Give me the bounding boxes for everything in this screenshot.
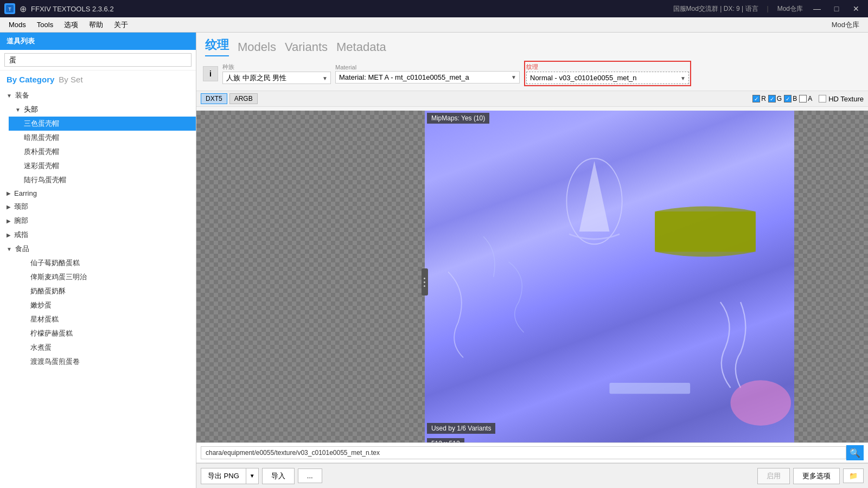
mod-warehouse-link[interactable]: Mod仓库 [775, 4, 805, 14]
menu-mods[interactable]: Mods [4, 19, 30, 30]
list-item[interactable]: 质朴蛋壳帽 [9, 145, 196, 159]
food-label: 食品 [15, 244, 29, 254]
info-button[interactable]: i [203, 66, 218, 81]
list-item[interactable]: 三色蛋壳帽 [9, 117, 196, 131]
neck-group-header[interactable]: ▶ 颈部 [0, 200, 196, 214]
tab-texture[interactable]: 纹理 [205, 37, 229, 56]
export-button[interactable]: 导出 PNG [201, 468, 246, 484]
export-dropdown-button[interactable]: ▼ [246, 468, 259, 484]
list-item[interactable]: 仙子莓奶酪蛋糕 [15, 256, 196, 270]
github-icon: ⊕ [20, 4, 27, 14]
svg-text:T: T [8, 7, 11, 12]
texture-svg [425, 111, 794, 453]
race-dropdown[interactable]: 人族 中原之民 男性 [222, 72, 331, 84]
list-item[interactable]: 嫩炒蛋 [15, 298, 196, 312]
menu-help[interactable]: 帮助 [85, 18, 107, 31]
canvas-area: MipMaps: Yes (10) Used by 1/6 Variants 5… [196, 111, 868, 453]
variants-badge: Used by 1/6 Variants [427, 423, 496, 434]
filepath-input[interactable] [201, 446, 846, 459]
list-item[interactable]: 柠檬萨赫蛋糕 [15, 326, 196, 341]
list-item[interactable]: 俾斯麦鸡蛋三明治 [15, 270, 196, 284]
svg-rect-4 [609, 383, 690, 394]
expand-icon: ▶ [7, 204, 11, 210]
more-options-button[interactable]: 更多选项 [793, 468, 840, 484]
by-category-button[interactable]: By Category [7, 75, 54, 84]
dxt5-button[interactable]: DXT5 [201, 93, 227, 104]
tab-variants[interactable]: Variants [285, 40, 328, 56]
app-icon: T [4, 3, 15, 14]
wrist-group-header[interactable]: ▶ 腕部 [0, 214, 196, 228]
sidebar-title: 道具列表 [7, 36, 35, 46]
argb-button[interactable]: ARGB [229, 93, 258, 104]
tab-metadata[interactable]: Metadata [336, 40, 386, 56]
right-info: 国服Mod交流群 | DX: 9 | 语言 | Mod仓库 [671, 4, 805, 14]
tree-subgroup-head: ▼ 头部 三色蛋壳帽 暗黑蛋壳帽 质朴蛋壳帽 迷彩蛋壳帽 陆行鸟蛋壳帽 [0, 102, 196, 187]
folder-button[interactable]: 📁 [843, 468, 864, 483]
race-dropdown-group: 种族 人族 中原之民 男性 [222, 63, 331, 84]
r-label: R [761, 95, 766, 102]
hd-checkbox[interactable] [819, 95, 826, 102]
b-checkbox[interactable]: ✓ [784, 95, 792, 102]
texture-dropdown-wrapper: Normal - v03_c0101e0055_met_n [526, 72, 689, 84]
close-button[interactable]: ✕ [848, 0, 864, 17]
texture-dropdown[interactable]: Normal - v03_c0101e0055_met_n [526, 72, 689, 84]
tab-bar: 纹理 Models Variants Metadata [196, 33, 868, 56]
list-item[interactable]: 迷彩蛋壳帽 [9, 159, 196, 173]
channel-r[interactable]: ✓ R [752, 95, 766, 102]
svg-point-5 [730, 380, 791, 426]
titlebar: T ⊕ FFXIV TEXTOOLS 2.3.6.2 国服Mod交流群 | DX… [0, 0, 868, 17]
list-item[interactable]: 水煮蛋 [15, 341, 196, 355]
hd-texture: HD Texture [819, 95, 864, 103]
r-checkbox[interactable]: ✓ [752, 95, 760, 102]
menu-options[interactable]: 选项 [60, 18, 82, 31]
food-group-header[interactable]: ▼ 食品 [0, 242, 196, 256]
menu-tools[interactable]: Tools [33, 19, 58, 30]
mipmaps-badge: MipMaps: Yes (10) [427, 113, 489, 124]
list-item[interactable]: 星材蛋糕 [15, 312, 196, 326]
ring-label: 戒指 [14, 230, 28, 240]
expand-icon: ▼ [15, 107, 21, 113]
ring-group-header[interactable]: ▶ 戒指 [0, 228, 196, 242]
sidebar-header: 道具列表 [0, 33, 196, 50]
expand-icon: ▶ [7, 190, 11, 196]
tab-models[interactable]: Models [238, 40, 276, 56]
list-item[interactable]: 暗黑蛋壳帽 [9, 131, 196, 145]
main-area: 道具列表 By Category By Set ▼ 装备 ▼ 头部 [0, 33, 868, 488]
a-checkbox[interactable] [799, 95, 807, 102]
earring-group-header[interactable]: ▶ Earring [0, 187, 196, 200]
list-item[interactable]: 渡渡鸟蛋煎蛋卷 [15, 355, 196, 369]
g-checkbox[interactable]: ✓ [768, 95, 776, 102]
right-info-text: 国服Mod交流群 | DX: 9 | 语言 [671, 4, 761, 14]
minimize-button[interactable]: — [809, 0, 825, 17]
channel-b[interactable]: ✓ B [784, 95, 797, 102]
list-item[interactable]: 陆行鸟蛋壳帽 [9, 173, 196, 187]
import-button[interactable]: 导入 [262, 468, 295, 484]
drag-handle[interactable] [422, 268, 428, 296]
head-group-header[interactable]: ▼ 头部 [9, 102, 196, 117]
race-dropdown-wrapper: 人族 中原之民 男性 [222, 72, 331, 84]
tree-group-food: ▼ 食品 仙子莓奶酪蛋糕 俾斯麦鸡蛋三明治 奶酪蛋奶酥 嫩炒蛋 星材蛋糕 柠檬萨… [0, 242, 196, 369]
apply-button[interactable]: 启用 [757, 468, 790, 484]
material-dropdown[interactable]: Material: MET A - mt_c0101e0055_met_a [335, 71, 520, 84]
tree-group-equipment-header[interactable]: ▼ 装备 [0, 88, 196, 102]
list-item[interactable]: 奶酪蛋奶酥 [15, 284, 196, 298]
search-box [0, 50, 196, 70]
menu-about[interactable]: 关于 [110, 18, 132, 31]
search-input[interactable] [4, 53, 192, 67]
mod-warehouse-menu[interactable]: Mod仓库 [827, 18, 864, 31]
texture-label: 纹理 [526, 63, 689, 71]
toolbar: i 种族 人族 中原之民 男性 Material Material: MET A… [196, 56, 868, 91]
dots-button[interactable]: ... [298, 468, 322, 483]
food-items: 仙子莓奶酪蛋糕 俾斯麦鸡蛋三明治 奶酪蛋奶酥 嫩炒蛋 星材蛋糕 柠檬萨赫蛋糕 水… [0, 256, 196, 369]
search-file-button[interactable]: 🔍 [846, 445, 864, 460]
menubar: Mods Tools 选项 帮助 关于 Mod仓库 [0, 17, 868, 33]
earring-label: Earring [14, 189, 37, 197]
texture-display: MipMaps: Yes (10) Used by 1/6 Variants 5… [425, 111, 794, 453]
category-toggle: By Category By Set [0, 70, 196, 88]
filepath-bar: 🔍 [196, 442, 868, 463]
channel-g[interactable]: ✓ G [768, 95, 782, 102]
channel-a[interactable]: A [799, 95, 812, 102]
maximize-button[interactable]: □ [829, 0, 844, 17]
export-group: 导出 PNG ▼ [201, 468, 259, 484]
by-set-button[interactable]: By Set [59, 75, 82, 84]
